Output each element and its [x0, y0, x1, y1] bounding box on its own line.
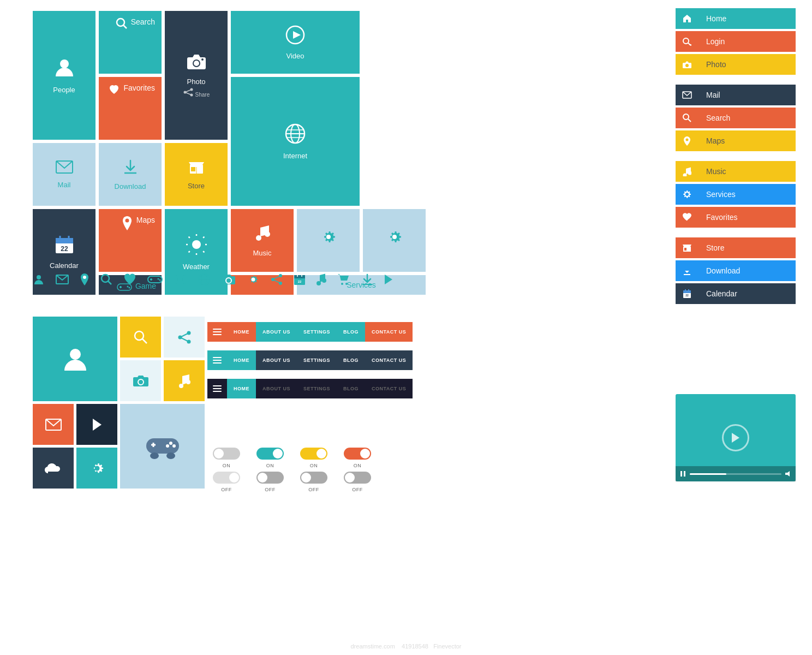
nav-store[interactable]: Store	[676, 237, 796, 258]
small-tile-camera[interactable]	[120, 360, 161, 401]
small-tile-gear[interactable]	[76, 448, 117, 489]
tile-store[interactable]: Store	[165, 143, 228, 206]
tile-services-gear2[interactable]	[363, 209, 426, 272]
nav-calendar[interactable]: 22 Calendar	[676, 283, 796, 304]
svg-line-118	[180, 337, 189, 342]
tile-maps[interactable]: Maps	[99, 209, 162, 272]
nav-bar-3-menu[interactable]	[207, 379, 227, 398]
svg-point-121	[179, 384, 183, 388]
nav-maps[interactable]: Maps	[676, 130, 796, 151]
tile-search[interactable]: Search	[99, 11, 162, 74]
toggle-4-label: ON	[354, 463, 362, 468]
nav-bar-2-menu[interactable]	[207, 350, 227, 370]
toggle-1-label: ON	[223, 463, 231, 468]
nav-bar-3-contact[interactable]: CONTACT US	[365, 379, 413, 398]
nav-search[interactable]: Search	[676, 108, 796, 128]
svg-point-107	[341, 283, 343, 285]
nav-bar-1-home[interactable]: HOME	[227, 322, 256, 342]
tile-video[interactable]: Video	[231, 11, 360, 74]
toggle-2-on[interactable]	[256, 448, 284, 460]
toggle-4-knob	[360, 449, 370, 458]
svg-point-111	[70, 349, 81, 360]
watermark: dreamstime.com 41918548 Finevector	[350, 643, 461, 650]
svg-point-130	[166, 444, 169, 448]
nav-login[interactable]: Login	[676, 31, 796, 52]
footer-author: Finevector	[433, 643, 461, 650]
nav-photo[interactable]: Photo	[676, 54, 796, 75]
svg-point-93	[227, 279, 230, 282]
small-tile-search[interactable]	[120, 317, 161, 358]
toggle-3-off[interactable]	[300, 472, 327, 484]
small-tile-cloud[interactable]	[33, 448, 74, 489]
login-nav-label: Login	[698, 31, 796, 52]
tile-music[interactable]: Music	[231, 209, 294, 272]
tile-download[interactable]: Download	[99, 143, 162, 206]
globe-icon-sm	[198, 273, 211, 288]
nav-bar-1-settings[interactable]: SETTINGS	[297, 322, 337, 342]
svg-point-72	[101, 275, 109, 282]
svg-rect-138	[213, 360, 222, 361]
key-icon-box	[676, 31, 698, 52]
tile-photo[interactable]: Photo Share	[165, 11, 228, 140]
svg-line-85	[184, 283, 184, 284]
tile-mail[interactable]: Mail	[33, 143, 95, 206]
nav-bar-3-blog[interactable]: BLOG	[337, 379, 365, 398]
nav-bar-1-about[interactable]: ABOUT US	[256, 322, 297, 342]
video-progress-bar[interactable]	[690, 473, 781, 475]
calendar-icon: 22	[55, 235, 74, 258]
nav-bar-1-menu[interactable]	[207, 322, 227, 342]
nav-bar-2-settings[interactable]: SETTINGS	[297, 350, 337, 370]
small-tile-mail[interactable]	[33, 404, 74, 445]
tile-favorites[interactable]: Favorites	[99, 77, 162, 140]
nav-download[interactable]: Download	[676, 260, 796, 281]
svg-line-84	[176, 275, 176, 276]
video-controls	[676, 466, 796, 481]
tile-people[interactable]: People	[33, 11, 95, 140]
svg-rect-101	[294, 275, 305, 278]
nav-mail[interactable]: Mail	[676, 85, 796, 105]
nav-home[interactable]: Home	[676, 8, 796, 29]
nav-bar-1-blog[interactable]: BLOG	[337, 322, 365, 342]
video-volume-icon[interactable]	[785, 471, 791, 477]
nav-bar-2-contact[interactable]: CONTACT US	[365, 350, 413, 370]
toggle-1-off[interactable]	[213, 472, 240, 484]
nav-music[interactable]: Music	[676, 161, 796, 182]
search-label: Search	[131, 17, 155, 26]
video-play-button[interactable]	[722, 424, 749, 451]
mail-icon-sm	[56, 275, 69, 287]
svg-point-55	[683, 114, 689, 120]
footer-id: 41918548	[402, 643, 428, 650]
svg-point-120	[138, 379, 144, 385]
download-icon-sm	[361, 273, 373, 288]
maps-icon	[121, 216, 133, 234]
people-label: People	[53, 86, 75, 94]
toggle-2-off[interactable]	[256, 472, 284, 484]
nav-favorites[interactable]: Favorites	[676, 207, 796, 228]
store-label: Store	[188, 182, 205, 190]
small-tile-gamepad[interactable]	[120, 404, 205, 489]
video-pause-icon[interactable]	[680, 471, 686, 477]
tile-services-gear[interactable]	[297, 209, 360, 272]
toggle-4-off[interactable]	[344, 472, 371, 484]
nav-bar-2-about[interactable]: ABOUT US	[256, 350, 297, 370]
svg-point-132	[166, 452, 175, 459]
music-nav-label: Music	[698, 161, 796, 182]
nav-bar-3-about[interactable]: ABOUT US	[256, 379, 297, 398]
nav-bar-2-home[interactable]: HOME	[227, 350, 256, 370]
toggle-4-on[interactable]	[344, 448, 371, 460]
small-tile-music[interactable]	[164, 360, 205, 401]
small-tile-share[interactable]	[164, 317, 205, 358]
small-tile-person[interactable]	[33, 317, 117, 401]
svg-line-86	[184, 275, 184, 276]
small-tile-play[interactable]	[76, 404, 117, 445]
nav-bar-3-home[interactable]: HOME	[227, 379, 256, 398]
tile-internet[interactable]: Internet	[231, 77, 360, 206]
sun-icon-sm	[174, 273, 187, 288]
toggle-3-on[interactable]	[300, 448, 327, 460]
nav-bar-3-settings[interactable]: SETTINGS	[297, 379, 337, 398]
nav-bar-2-blog[interactable]: BLOG	[337, 350, 365, 370]
toggle-1-on[interactable]	[213, 448, 240, 460]
nav-services[interactable]: Services	[676, 184, 796, 205]
nav-bar-1-contact[interactable]: CONTACT US	[365, 322, 413, 342]
svg-point-106	[322, 278, 326, 283]
